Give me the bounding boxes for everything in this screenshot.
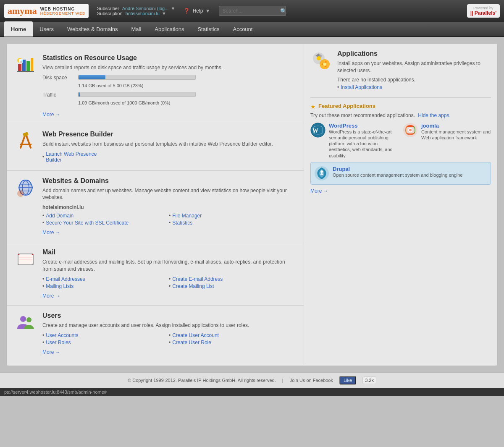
traffic-label: Traffic (42, 92, 74, 98)
facebook-like-button[interactable]: Like (339, 376, 356, 384)
wordpress-desc: WordPress is a state-of-the-art semantic… (329, 129, 399, 159)
users-title: Users (42, 312, 295, 319)
drupal-name[interactable]: Drupal (333, 166, 462, 172)
svg-point-24 (20, 316, 26, 322)
join-facebook-text: Join Us on Facebook (290, 378, 333, 383)
create-user-role-link[interactable]: Create User Role (172, 340, 211, 345)
disk-space-bar (78, 75, 196, 80)
help-label: Help (193, 8, 203, 14)
svg-rect-2 (26, 61, 30, 71)
websites-icon: 🏳 (16, 178, 35, 197)
content-wrapper: 📊 Statistics on Resource Usage View deta… (6, 43, 498, 366)
websites-desc: Add domain names and set up websites. Ma… (42, 187, 295, 201)
copyright-text: © Copyright 1999-2012. Parallels IP Hold… (128, 378, 276, 383)
logo-hebergement: HÉBERGEMENT WEB (40, 11, 85, 16)
user-accounts-item: • User Accounts (42, 332, 169, 338)
web-presence-desc: Build instant websites from business and… (42, 141, 295, 148)
joomla-info: joomla Content management system and Web… (421, 123, 491, 141)
mail-links-right: • Create E-mail Address • Create Mailing… (169, 276, 295, 290)
help-button[interactable]: ❓ Help ▼ (184, 8, 210, 14)
nav-home[interactable]: Home (4, 21, 33, 37)
wordpress-card: W WordPress WordPress is a state-of-the-… (310, 123, 399, 159)
applications-header: Applications Install apps on your websit… (310, 50, 491, 91)
subscriber-info: Subscriber André Simoncini (log... ▼ Sub… (97, 6, 175, 16)
launch-wpb-link[interactable]: Launch Web PresenceBuilder (46, 151, 97, 163)
search-icon[interactable]: 🔍 (280, 8, 287, 14)
hide-apps-link[interactable]: Hide the apps. (418, 112, 450, 118)
websites-links-left: • Add Domain • Secure Your Site with SSL… (42, 213, 169, 227)
ssl-cert-item: • Secure Your Site with SSL Certificate (42, 220, 169, 226)
users-content: Users Create and manage user accounts an… (42, 312, 295, 355)
install-apps-link[interactable]: Install Applications (341, 84, 382, 90)
create-mailing-list-link[interactable]: Create Mailing List (172, 283, 214, 289)
star-icon: ★ (310, 103, 316, 110)
subscriber-row: Subscriber André Simoncini (log... ▼ (97, 6, 175, 11)
nav-applications[interactable]: Applications (148, 21, 191, 37)
disk-space-label: Disk space (42, 75, 74, 81)
disk-space-text: 1.14 GB used of 5.00 GB (23%) (78, 83, 143, 88)
statistics-more-link[interactable]: More → (42, 112, 60, 118)
disk-space-fill (79, 75, 105, 79)
featured-more-link[interactable]: More → (310, 188, 328, 194)
websites-more-link[interactable]: More → (42, 230, 60, 235)
wordpress-name[interactable]: WordPress (329, 123, 399, 129)
svg-point-35 (409, 129, 412, 131)
search-input[interactable] (219, 6, 286, 16)
users-links: • User Accounts • User Roles • Cre (42, 332, 295, 347)
web-presence-icon (16, 132, 35, 150)
main-content: 📊 Statistics on Resource Usage View deta… (0, 37, 504, 372)
left-panel: 📊 Statistics on Resource Usage View deta… (7, 44, 304, 366)
disk-space-row: Disk space 1.14 GB used of 5.00 GB (23%) (42, 75, 295, 89)
statistics-title: Statistics on Resource Usage (42, 54, 295, 62)
mail-more-link[interactable]: More → (42, 293, 60, 299)
websites-icon-area: 🏳 (15, 177, 36, 236)
applications-desc: Install apps on your websites. Assign ad… (337, 60, 491, 74)
drupal-icon (314, 166, 329, 181)
email-addresses-item: • E-mail Addresses (42, 276, 169, 282)
nav-statistics[interactable]: Statistics (191, 21, 226, 37)
footer: © Copyright 1999-2012. Parallels IP Hold… (0, 372, 504, 388)
svg-text:🏳: 🏳 (19, 191, 23, 196)
email-addresses-link[interactable]: E-mail Addresses (46, 276, 85, 282)
joomla-name[interactable]: joomla (421, 123, 491, 129)
right-panel: Applications Install apps on your websit… (304, 44, 497, 366)
user-roles-item: • User Roles (42, 340, 169, 345)
add-domain-link[interactable]: Add Domain (46, 213, 74, 219)
nav-websites-domains[interactable]: Websites & Domains (60, 21, 124, 37)
no-apps-text: There are no installed applications. (337, 77, 491, 83)
subscription-value[interactable]: hotelsimoncini.lu (126, 11, 160, 16)
parallels-badge: Powered by || Parallels' (467, 4, 500, 18)
nav-account[interactable]: Account (226, 21, 259, 37)
subscriber-name[interactable]: André Simoncini (log... (122, 6, 169, 11)
mail-desc: Create e-mail addresses and mailing list… (42, 259, 295, 273)
file-manager-link[interactable]: File Manager (172, 213, 202, 219)
web-presence-content: Web Presence Builder Build instant websi… (42, 131, 295, 164)
statistics-desc: View detailed reports on disk space and … (42, 64, 295, 71)
nav-users[interactable]: Users (33, 21, 60, 37)
apps-grid: W WordPress WordPress is a state-of-the-… (310, 123, 491, 159)
ssl-cert-link[interactable]: Secure Your Site with SSL Certificate (46, 220, 129, 226)
svg-rect-3 (31, 58, 33, 71)
install-apps-item: • Install Applications (337, 84, 491, 90)
user-accounts-link[interactable]: User Accounts (46, 332, 78, 338)
statistics-icon-area: 📊 (15, 54, 36, 118)
drupal-info: Drupal Open source content management sy… (333, 166, 462, 178)
subscription-label: Subscription (97, 11, 123, 16)
users-more-link[interactable]: More → (42, 349, 60, 355)
joomla-card: joomla Content management system and Web… (403, 123, 491, 159)
users-section: Users Create and manage user accounts an… (7, 306, 304, 361)
logo-right: WEB HOSTING HÉBERGEMENT WEB (40, 7, 85, 16)
web-presence-icon-area (15, 131, 36, 164)
create-email-link[interactable]: Create E-mail Address (172, 276, 223, 282)
help-icon: ❓ (184, 8, 190, 14)
mailing-lists-link[interactable]: Mailing Lists (46, 283, 74, 289)
statistics-link[interactable]: Statistics (172, 220, 192, 226)
logo-area[interactable]: amyma WEB HOSTING HÉBERGEMENT WEB (4, 4, 89, 18)
applications-icon (310, 50, 332, 72)
websites-links-right: • File Manager • Statistics (169, 213, 295, 227)
nav-mail[interactable]: Mail (125, 21, 148, 37)
featured-subtitle-row: Try out these most recommended applicati… (310, 112, 491, 118)
create-user-account-link[interactable]: Create User Account (172, 332, 219, 338)
user-roles-link[interactable]: User Roles (46, 340, 71, 345)
create-mailing-list-item: • Create Mailing List (169, 283, 295, 289)
